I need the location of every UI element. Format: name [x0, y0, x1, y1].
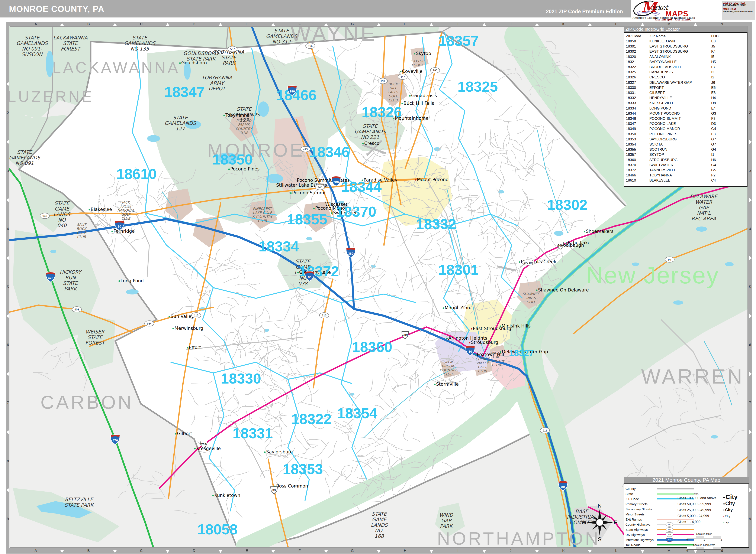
town-dot: [313, 208, 315, 209]
town-label: Merwinsburg: [174, 326, 203, 331]
town-dot: [584, 231, 586, 232]
svg-text:940: 940: [42, 214, 47, 218]
town-label: Gilbert: [177, 431, 192, 436]
town-dot: [446, 338, 448, 339]
oval-shield-423: 423: [301, 147, 310, 152]
town-dot: [519, 262, 520, 263]
grid-notch: [113, 23, 117, 26]
grid-notch: [749, 82, 752, 86]
grid-row-label: 6: [7, 343, 9, 347]
grid-row-label: 5: [7, 285, 9, 289]
grid-notch: [641, 550, 645, 553]
town-dot: [169, 316, 170, 318]
legend-city-label: Cities 50,000 - 99,999: [677, 502, 711, 506]
town-label: Fernridge: [113, 229, 135, 234]
zip-loc: H5: [711, 60, 716, 64]
zip-code-label: 18347: [164, 84, 204, 100]
edition-label: 2021 ZIP Code Premium Edition: [546, 8, 623, 14]
zip-col-header: LOC: [711, 34, 719, 38]
legend-scale_miles: Scale in Miles012: [687, 533, 721, 541]
scale-title: Scale in Kilometers: [687, 544, 721, 547]
oval-shield-115: 115: [192, 313, 201, 318]
svg-text:507: 507: [230, 48, 235, 51]
zip-code-label: 18346: [309, 144, 350, 160]
zip-loc: F7: [711, 65, 715, 69]
zip-table-row: 18344MOUNT POCONOG3: [624, 111, 747, 117]
scale-ticks: 012: [687, 539, 721, 541]
grid-col-label: G: [351, 22, 354, 26]
grid-col-label: E: [246, 549, 248, 553]
grid-notch: [588, 550, 592, 553]
zip-name: POCONO PINES: [649, 132, 677, 136]
town-dot: [471, 328, 472, 330]
grid-col-label: A: [35, 549, 37, 553]
lake: [50, 250, 56, 253]
town-dot: [536, 289, 538, 291]
grid-row-label: 4: [749, 227, 751, 231]
zip-code: 18334: [626, 106, 636, 111]
legend-line-sample: [657, 486, 694, 491]
lake: [696, 226, 707, 232]
legend-city-sample: City: [723, 493, 738, 501]
svg-text:903: 903: [74, 308, 79, 311]
legend-city-label: Cities 5,000 - 24,999: [677, 514, 709, 518]
town-label: Arlington Heights: [448, 336, 487, 341]
town-label: Shoemakers: [586, 229, 613, 234]
zip-loc: H4: [711, 96, 716, 100]
legend-title: 2021 Monroe County, PA Map: [624, 477, 749, 484]
grid-notch: [60, 23, 64, 26]
town-dot: [443, 308, 444, 309]
legend-item-label: US Highways: [625, 533, 645, 537]
zip-table-row: 18360STROUDSBURGH6: [624, 158, 747, 163]
zip-name: SCOTRUN: [649, 148, 667, 152]
legend-item-label: Primary Streets: [625, 502, 648, 506]
town-dot: [290, 192, 292, 194]
grid-col-label: H: [404, 549, 406, 553]
zip-code-label: 18302: [547, 197, 587, 213]
town-dot: [212, 495, 214, 496]
zip-name: TOBYHANNA: [649, 173, 672, 177]
legend-city-sample: City: [723, 515, 730, 518]
legend-line-sample: [657, 491, 694, 496]
city-dot: [723, 522, 724, 523]
marketmaps-logo: M arket MAPS On Target. On Time. America…: [631, 0, 756, 20]
grid-row-label: 2: [749, 111, 751, 115]
svg-text:423: 423: [303, 148, 308, 151]
compass-w: W: [581, 519, 587, 525]
grid-notch: [6, 256, 9, 260]
zip-code-label: 18355: [287, 211, 327, 227]
grid-notch: [483, 550, 486, 553]
grid-notch: [377, 550, 381, 553]
zip-code: 18330: [626, 86, 636, 90]
zip-loc: J6: [711, 80, 715, 85]
svg-text:534: 534: [147, 322, 152, 325]
zip-table-row: 18333KRESGEVILLED8: [624, 101, 747, 106]
svg-text:209: 209: [201, 443, 206, 446]
lake: [554, 231, 563, 236]
county-label: New Jersey: [586, 262, 719, 288]
zip-code: 18320: [626, 55, 636, 59]
legend-item-state: State: [625, 491, 696, 496]
zip-table-row: 18610BLAKESLEEC4: [624, 178, 747, 183]
grid-col-label: B: [87, 549, 90, 553]
county-label: WARREN: [641, 365, 744, 388]
town-dot: [187, 347, 188, 348]
scale-seg: [687, 536, 696, 538]
town-dot: [362, 143, 364, 145]
town-label: Kunkletown: [214, 493, 240, 498]
zip-loc: G4: [711, 163, 716, 167]
park-label: SPLITROCKGOLFCLUB: [77, 223, 87, 239]
oval-shield-611: 611: [540, 428, 550, 433]
zip-name: SKYTOP: [649, 153, 664, 157]
svg-text:80: 80: [118, 225, 121, 228]
grid-row-label: 6: [749, 343, 751, 347]
oval-shield-903: 903: [72, 307, 82, 312]
legend-item-label: County Highways: [625, 523, 650, 526]
grid-col-label: D: [193, 549, 195, 553]
zip-code: 18357: [626, 153, 636, 157]
grid-col-label: K: [562, 22, 564, 26]
page-title: MONROE COUNTY, PA: [9, 4, 104, 14]
zip-code: 18333: [626, 101, 636, 105]
grid-col-label: H: [404, 22, 406, 26]
contact-box: CALL US TOLL FREE!1-888-434-MAPS (6277)E…: [722, 1, 755, 19]
